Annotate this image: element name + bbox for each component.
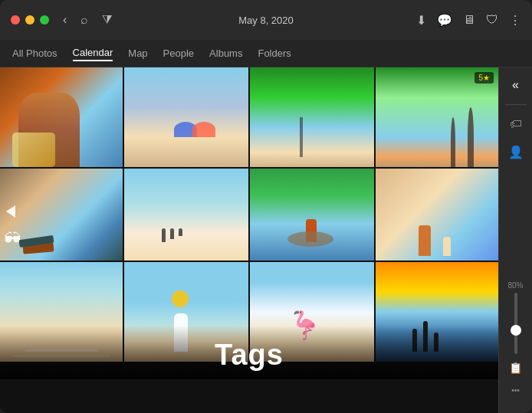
close-button[interactable] — [11, 15, 20, 25]
maximize-button[interactable] — [40, 15, 49, 25]
photo-9[interactable] — [0, 262, 123, 362]
photo-11[interactable]: 🦩 — [250, 262, 374, 362]
sidebar-divider-1 — [505, 104, 527, 105]
nav-people[interactable]: People — [163, 46, 194, 61]
photo-4[interactable]: 5★ — [376, 67, 498, 167]
nav-map[interactable]: Map — [128, 46, 147, 61]
back-icon[interactable]: ‹ — [63, 13, 67, 27]
rating-badge: 5★ — [475, 72, 494, 84]
title-bar-left: ‹ ⌕ ⧩ — [11, 13, 112, 27]
clipboard-icon[interactable]: 📋 — [504, 357, 527, 379]
title-bar-right: ⬇ 💬 🖥 🛡 ⋮ — [416, 13, 521, 28]
collapse-icon[interactable]: « — [507, 74, 524, 97]
traffic-lights — [11, 15, 49, 25]
import-icon[interactable]: ⬇ — [416, 13, 426, 28]
screen-icon[interactable]: 🖥 — [463, 13, 475, 27]
search-icon[interactable]: ⌕ — [80, 13, 88, 27]
main-container: 5★ 🕶 — [0, 67, 532, 413]
photo-2[interactable] — [124, 67, 248, 167]
more-icon[interactable]: ⋮ — [509, 13, 521, 28]
more-dots-icon[interactable]: ••• — [507, 382, 524, 399]
photo-6[interactable] — [124, 169, 248, 261]
nav-albums[interactable]: Albums — [209, 46, 242, 61]
filter-icon[interactable]: ⧩ — [102, 13, 112, 27]
nav-all-photos[interactable]: All Photos — [12, 46, 57, 61]
title-bar: ‹ ⌕ ⧩ May 8, 2020 ⬇ 💬 🖥 🛡 ⋮ — [0, 0, 532, 40]
tag-icon[interactable]: 🏷 — [505, 113, 527, 136]
zoom-area: 80% 📋 ••• — [504, 281, 527, 407]
minimize-button[interactable] — [25, 15, 34, 25]
nav-bar: All Photos Calendar Map People Albums Fo… — [0, 40, 532, 67]
photo-7[interactable] — [250, 169, 374, 261]
nav-folders[interactable]: Folders — [258, 46, 291, 61]
photo-12[interactable] — [376, 262, 498, 362]
zoom-percent: 80% — [507, 281, 523, 290]
right-sidebar: « 🏷 👤 80% 📋 ••• — [498, 67, 532, 413]
zoom-slider-thumb[interactable] — [511, 325, 521, 336]
nav-calendar[interactable]: Calendar — [73, 45, 113, 61]
photo-8[interactable] — [376, 169, 498, 261]
title-date: May 8, 2020 — [238, 15, 294, 26]
people-icon[interactable]: 👤 — [504, 140, 528, 164]
photo-10[interactable] — [124, 262, 248, 362]
share-icon[interactable]: 💬 — [437, 13, 452, 28]
photo-5[interactable]: 🕶 — [0, 169, 123, 261]
photo-1[interactable] — [0, 67, 123, 167]
shield-icon[interactable]: 🛡 — [486, 13, 498, 27]
photo-grid: 5★ 🕶 — [0, 67, 498, 413]
photo-3[interactable] — [250, 67, 374, 167]
zoom-slider-track — [514, 293, 517, 354]
